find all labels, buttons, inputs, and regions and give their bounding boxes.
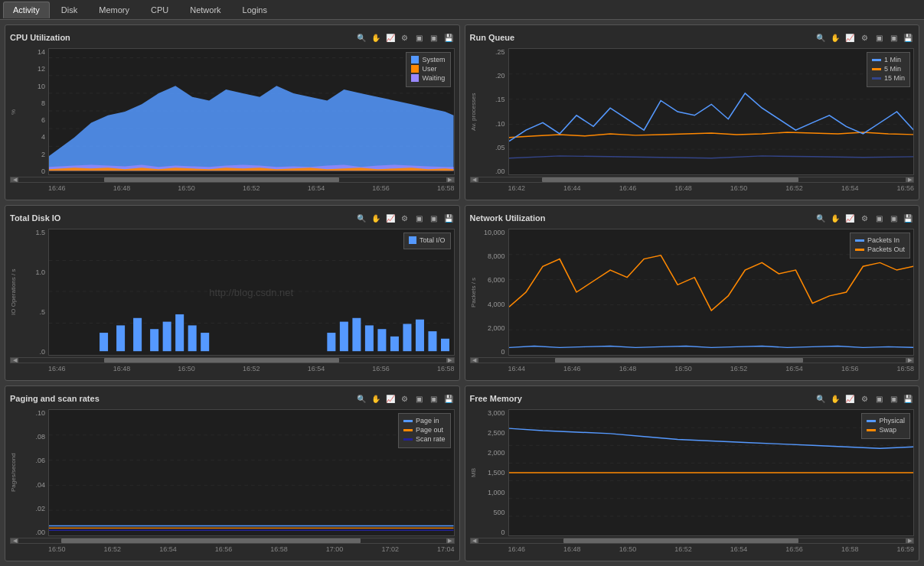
dio-scrollbar[interactable]: ◀ ▶ xyxy=(10,357,455,363)
mem-zoom-icon[interactable]: 🔍 xyxy=(815,392,827,405)
dio-panel-header: Total Disk IO 🔍 ✋ 📈 ⚙ ▣ ▣ 💾 xyxy=(10,210,455,226)
legend-page-out-color xyxy=(403,429,413,431)
pag-zoom-icon[interactable]: 🔍 xyxy=(355,392,367,405)
net-chart-icon[interactable]: 📈 xyxy=(844,212,856,224)
net-scroll-thumb[interactable] xyxy=(555,358,803,363)
dio-scroll-left[interactable]: ◀ xyxy=(11,358,18,363)
svg-marker-21 xyxy=(163,322,171,352)
svg-marker-29 xyxy=(377,329,386,351)
pag-scroll-right[interactable]: ▶ xyxy=(446,538,454,543)
pag-box1-icon[interactable]: ▣ xyxy=(413,392,426,405)
hand-icon[interactable]: ✋ xyxy=(370,31,382,44)
rq-panel-title: Run Queue xyxy=(470,33,515,42)
chart-icon[interactable]: 📈 xyxy=(384,31,397,44)
rq-zoom-icon[interactable]: 🔍 xyxy=(815,31,827,44)
rq-settings-icon[interactable]: ⚙ xyxy=(858,31,870,44)
net-zoom-icon[interactable]: 🔍 xyxy=(815,212,827,224)
legend-totalio-color xyxy=(409,236,416,244)
legend-15min-label: 15 Min xyxy=(884,74,905,82)
cpu-chart-body: System User Waiting xyxy=(48,48,455,175)
pag-scroll-left[interactable]: ◀ xyxy=(11,538,18,543)
pag-settings-icon[interactable]: ⚙ xyxy=(399,392,411,405)
mem-save-icon[interactable]: 💾 xyxy=(902,392,914,405)
cpu-panel-icons: 🔍 ✋ 📈 ⚙ ▣ ▣ 💾 xyxy=(355,31,455,44)
dio-box1-icon[interactable]: ▣ xyxy=(413,212,426,224)
save-icon[interactable]: 💾 xyxy=(442,31,455,44)
rq-box1-icon[interactable]: ▣ xyxy=(873,31,885,44)
rq-y-label: Av. processes xyxy=(470,48,479,175)
mem-scroll-right[interactable]: ▶ xyxy=(906,538,913,543)
dio-settings-icon[interactable]: ⚙ xyxy=(399,212,411,224)
net-settings-icon[interactable]: ⚙ xyxy=(858,212,870,224)
mem-scrollbar[interactable]: ◀ ▶ xyxy=(470,538,915,544)
mem-scroll-track[interactable] xyxy=(478,538,906,543)
legend-page-in: Page in xyxy=(403,417,446,424)
mem-hand-icon[interactable]: ✋ xyxy=(829,392,841,405)
rq-scroll-track[interactable] xyxy=(478,177,906,182)
net-scrollbar[interactable]: ◀ ▶ xyxy=(470,357,915,363)
cpu-y-label: % xyxy=(10,48,19,175)
net-scroll-left[interactable]: ◀ xyxy=(471,358,478,363)
rq-scroll-right[interactable]: ▶ xyxy=(906,177,913,182)
legend-5min: 5 Min xyxy=(872,65,905,73)
dio-chart-icon[interactable]: 📈 xyxy=(384,212,397,224)
cpu-scrollbar[interactable]: ◀ ▶ xyxy=(10,177,455,183)
svg-marker-32 xyxy=(416,320,424,351)
pag-scroll-thumb[interactable] xyxy=(61,538,361,543)
dio-scroll-track[interactable] xyxy=(18,358,446,363)
pag-box2-icon[interactable]: ▣ xyxy=(428,392,440,405)
mem-chart-icon[interactable]: 📈 xyxy=(844,392,856,405)
cpu-scroll-left[interactable]: ◀ xyxy=(11,177,18,182)
rq-chart-icon[interactable]: 📈 xyxy=(844,31,856,44)
rq-hand-icon[interactable]: ✋ xyxy=(829,31,841,44)
net-box2-icon[interactable]: ▣ xyxy=(887,212,900,224)
mem-settings-icon[interactable]: ⚙ xyxy=(858,392,870,405)
pag-scrollbar[interactable]: ◀ ▶ xyxy=(10,538,455,544)
mem-scroll-thumb[interactable] xyxy=(563,538,798,543)
pag-chart-icon[interactable]: 📈 xyxy=(384,392,397,405)
net-hand-icon[interactable]: ✋ xyxy=(829,212,841,224)
tab-logins[interactable]: Logins xyxy=(233,2,277,18)
pag-x-axis: 16:50 16:52 16:54 16:56 16:58 17:00 17:0… xyxy=(48,545,455,556)
legend-user: User xyxy=(411,65,445,73)
dio-scroll-thumb[interactable] xyxy=(104,358,339,363)
settings-icon[interactable]: ⚙ xyxy=(399,31,411,44)
pag-save-icon[interactable]: 💾 xyxy=(442,392,455,405)
net-box1-icon[interactable]: ▣ xyxy=(873,212,885,224)
legend-waiting: Waiting xyxy=(411,74,445,82)
net-save-icon[interactable]: 💾 xyxy=(902,212,914,224)
dio-zoom-icon[interactable]: 🔍 xyxy=(355,212,367,224)
rq-box2-icon[interactable]: ▣ xyxy=(887,31,900,44)
mem-box1-icon[interactable]: ▣ xyxy=(873,392,885,405)
tab-network[interactable]: Network xyxy=(180,2,230,18)
dio-box2-icon[interactable]: ▣ xyxy=(428,212,440,224)
mem-scroll-left[interactable]: ◀ xyxy=(471,538,478,543)
dio-hand-icon[interactable]: ✋ xyxy=(370,212,382,224)
dio-save-icon[interactable]: 💾 xyxy=(442,212,455,224)
cpu-x-axis-container: 16:46 16:48 16:50 16:52 16:54 16:56 16:5… xyxy=(10,184,455,195)
cpu-scroll-right[interactable]: ▶ xyxy=(446,177,454,182)
rq-panel-icons: 🔍 ✋ 📈 ⚙ ▣ ▣ 💾 xyxy=(815,31,914,44)
tab-disk[interactable]: Disk xyxy=(51,2,87,18)
dio-scroll-right[interactable]: ▶ xyxy=(446,358,454,363)
svg-marker-25 xyxy=(327,333,335,351)
rq-scroll-thumb[interactable] xyxy=(542,177,798,182)
mem-box2-icon[interactable]: ▣ xyxy=(887,392,900,405)
box2-icon[interactable]: ▣ xyxy=(428,31,440,44)
cpu-scroll-track[interactable] xyxy=(18,177,446,182)
box1-icon[interactable]: ▣ xyxy=(413,31,426,44)
pag-hand-icon[interactable]: ✋ xyxy=(370,392,382,405)
net-y-label: Packets / s xyxy=(470,229,479,356)
rq-scrollbar[interactable]: ◀ ▶ xyxy=(470,177,915,183)
pag-scroll-track[interactable] xyxy=(18,538,446,543)
net-scroll-track[interactable] xyxy=(478,358,906,363)
zoom-icon[interactable]: 🔍 xyxy=(355,31,367,44)
cpu-utilization-panel: CPU Utilization 🔍 ✋ 📈 ⚙ ▣ ▣ 💾 % 14 12 10… xyxy=(5,24,460,200)
cpu-scroll-thumb[interactable] xyxy=(104,177,339,182)
net-scroll-right[interactable]: ▶ xyxy=(906,358,913,363)
rq-scroll-left[interactable]: ◀ xyxy=(471,177,478,182)
tab-activity[interactable]: Activity xyxy=(3,2,50,18)
tab-cpu[interactable]: CPU xyxy=(141,2,178,18)
tab-memory[interactable]: Memory xyxy=(89,2,139,18)
rq-save-icon[interactable]: 💾 xyxy=(902,31,914,44)
